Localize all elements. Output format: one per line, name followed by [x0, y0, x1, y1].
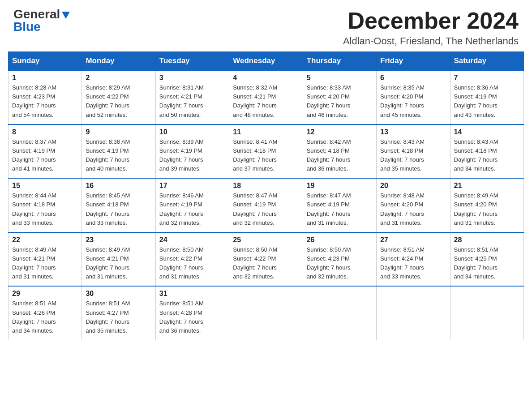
day-info: Sunrise: 8:51 AMSunset: 4:27 PMDaylight:…: [86, 299, 151, 335]
calendar-table: Sunday Monday Tuesday Wednesday Thursday…: [8, 51, 524, 340]
table-row: 24Sunrise: 8:50 AMSunset: 4:22 PMDayligh…: [155, 232, 229, 287]
day-info: Sunrise: 8:43 AMSunset: 4:18 PMDaylight:…: [380, 137, 446, 174]
table-row: 1Sunrise: 8:28 AMSunset: 4:23 PMDaylight…: [9, 70, 82, 124]
table-row: 20Sunrise: 8:48 AMSunset: 4:20 PMDayligh…: [377, 178, 450, 232]
table-row: 23Sunrise: 8:49 AMSunset: 4:21 PMDayligh…: [82, 232, 155, 287]
calendar-week-row: 29Sunrise: 8:51 AMSunset: 4:26 PMDayligh…: [9, 286, 524, 340]
day-info: Sunrise: 8:43 AMSunset: 4:18 PMDaylight:…: [454, 137, 520, 174]
svg-marker-0: [62, 12, 70, 19]
calendar-week-row: 1Sunrise: 8:28 AMSunset: 4:23 PMDaylight…: [9, 70, 524, 124]
table-row: 25Sunrise: 8:50 AMSunset: 4:22 PMDayligh…: [229, 232, 303, 287]
table-row: 11Sunrise: 8:41 AMSunset: 4:18 PMDayligh…: [229, 124, 303, 179]
col-wednesday: Wednesday: [229, 52, 303, 71]
table-row: 14Sunrise: 8:43 AMSunset: 4:18 PMDayligh…: [450, 124, 523, 179]
day-info: Sunrise: 8:51 AMSunset: 4:28 PMDaylight:…: [159, 299, 225, 335]
day-number: 22: [12, 236, 78, 244]
table-row: 18Sunrise: 8:47 AMSunset: 4:19 PMDayligh…: [229, 178, 303, 232]
table-row: 22Sunrise: 8:49 AMSunset: 4:21 PMDayligh…: [9, 232, 82, 287]
day-info: Sunrise: 8:44 AMSunset: 4:18 PMDaylight:…: [12, 191, 78, 227]
col-saturday: Saturday: [450, 52, 523, 71]
calendar-location: Aldlan-Oost, Friesland, The Netherlands: [343, 35, 519, 47]
day-info: Sunrise: 8:51 AMSunset: 4:25 PMDaylight:…: [454, 245, 520, 282]
day-number: 4: [233, 74, 299, 82]
day-number: 20: [380, 182, 446, 190]
table-row: 13Sunrise: 8:43 AMSunset: 4:18 PMDayligh…: [377, 124, 450, 179]
calendar-wrapper: Sunday Monday Tuesday Wednesday Thursday…: [0, 51, 532, 348]
logo: General Blue: [13, 8, 71, 33]
day-info: Sunrise: 8:47 AMSunset: 4:19 PMDaylight:…: [307, 191, 373, 227]
day-number: 11: [233, 128, 299, 136]
day-info: Sunrise: 8:49 AMSunset: 4:21 PMDaylight:…: [86, 245, 151, 282]
day-number: 30: [86, 290, 151, 298]
calendar-header-row: Sunday Monday Tuesday Wednesday Thursday…: [9, 52, 524, 71]
logo-triangle-icon: [61, 10, 71, 20]
day-number: 26: [307, 236, 373, 244]
logo-general-text: General: [13, 8, 60, 21]
col-friday: Friday: [377, 52, 450, 71]
day-info: Sunrise: 8:31 AMSunset: 4:21 PMDaylight:…: [159, 83, 225, 120]
table-row: [303, 286, 376, 340]
day-number: 7: [454, 74, 520, 82]
day-number: 29: [12, 290, 78, 298]
day-number: 9: [86, 128, 151, 136]
table-row: [229, 286, 303, 340]
day-number: 25: [233, 236, 299, 244]
title-block: December 2024 Aldlan-Oost, Friesland, Th…: [343, 8, 519, 47]
col-monday: Monday: [82, 52, 155, 71]
day-number: 23: [86, 236, 151, 244]
day-info: Sunrise: 8:41 AMSunset: 4:18 PMDaylight:…: [233, 137, 299, 174]
day-info: Sunrise: 8:47 AMSunset: 4:19 PMDaylight:…: [233, 191, 299, 227]
day-info: Sunrise: 8:51 AMSunset: 4:26 PMDaylight:…: [12, 299, 78, 335]
col-sunday: Sunday: [9, 52, 82, 71]
table-row: 10Sunrise: 8:39 AMSunset: 4:19 PMDayligh…: [155, 124, 229, 179]
page-header: General Blue December 2024 Aldlan-Oost, …: [0, 0, 532, 51]
day-info: Sunrise: 8:33 AMSunset: 4:20 PMDaylight:…: [307, 83, 373, 120]
day-number: 27: [380, 236, 446, 244]
day-number: 5: [307, 74, 373, 82]
day-info: Sunrise: 8:29 AMSunset: 4:22 PMDaylight:…: [86, 83, 151, 120]
table-row: 28Sunrise: 8:51 AMSunset: 4:25 PMDayligh…: [450, 232, 523, 287]
day-number: 8: [12, 128, 78, 136]
day-info: Sunrise: 8:50 AMSunset: 4:22 PMDaylight:…: [159, 245, 225, 282]
table-row: 26Sunrise: 8:50 AMSunset: 4:23 PMDayligh…: [303, 232, 376, 287]
calendar-week-row: 15Sunrise: 8:44 AMSunset: 4:18 PMDayligh…: [9, 178, 524, 232]
day-info: Sunrise: 8:35 AMSunset: 4:20 PMDaylight:…: [380, 83, 446, 120]
calendar-week-row: 22Sunrise: 8:49 AMSunset: 4:21 PMDayligh…: [9, 232, 524, 287]
day-number: 19: [307, 182, 373, 190]
day-info: Sunrise: 8:28 AMSunset: 4:23 PMDaylight:…: [12, 83, 78, 120]
day-number: 21: [454, 182, 520, 190]
day-number: 13: [380, 128, 446, 136]
day-info: Sunrise: 8:49 AMSunset: 4:21 PMDaylight:…: [12, 245, 78, 282]
day-number: 10: [159, 128, 225, 136]
day-info: Sunrise: 8:51 AMSunset: 4:24 PMDaylight:…: [380, 245, 446, 282]
day-info: Sunrise: 8:48 AMSunset: 4:20 PMDaylight:…: [380, 191, 446, 227]
day-number: 12: [307, 128, 373, 136]
day-number: 17: [159, 182, 225, 190]
day-number: 16: [86, 182, 151, 190]
day-number: 1: [12, 74, 78, 82]
table-row: 5Sunrise: 8:33 AMSunset: 4:20 PMDaylight…: [303, 70, 376, 124]
logo-blue-text: Blue: [13, 20, 41, 34]
table-row: 15Sunrise: 8:44 AMSunset: 4:18 PMDayligh…: [9, 178, 82, 232]
table-row: 29Sunrise: 8:51 AMSunset: 4:26 PMDayligh…: [9, 286, 82, 340]
day-info: Sunrise: 8:32 AMSunset: 4:21 PMDaylight:…: [233, 83, 299, 120]
day-info: Sunrise: 8:39 AMSunset: 4:19 PMDaylight:…: [159, 137, 225, 174]
day-info: Sunrise: 8:50 AMSunset: 4:23 PMDaylight:…: [307, 245, 373, 282]
day-info: Sunrise: 8:45 AMSunset: 4:18 PMDaylight:…: [86, 191, 151, 227]
table-row: 7Sunrise: 8:36 AMSunset: 4:19 PMDaylight…: [450, 70, 523, 124]
table-row: 3Sunrise: 8:31 AMSunset: 4:21 PMDaylight…: [155, 70, 229, 124]
day-number: 18: [233, 182, 299, 190]
day-info: Sunrise: 8:49 AMSunset: 4:20 PMDaylight:…: [454, 191, 520, 227]
col-thursday: Thursday: [303, 52, 376, 71]
table-row: [450, 286, 523, 340]
calendar-title: December 2024: [343, 8, 519, 34]
table-row: 16Sunrise: 8:45 AMSunset: 4:18 PMDayligh…: [82, 178, 155, 232]
day-info: Sunrise: 8:38 AMSunset: 4:19 PMDaylight:…: [86, 137, 151, 174]
day-number: 24: [159, 236, 225, 244]
table-row: 6Sunrise: 8:35 AMSunset: 4:20 PMDaylight…: [377, 70, 450, 124]
day-number: 28: [454, 236, 520, 244]
table-row: 27Sunrise: 8:51 AMSunset: 4:24 PMDayligh…: [377, 232, 450, 287]
day-number: 2: [86, 74, 151, 82]
day-number: 3: [159, 74, 225, 82]
table-row: 4Sunrise: 8:32 AMSunset: 4:21 PMDaylight…: [229, 70, 303, 124]
